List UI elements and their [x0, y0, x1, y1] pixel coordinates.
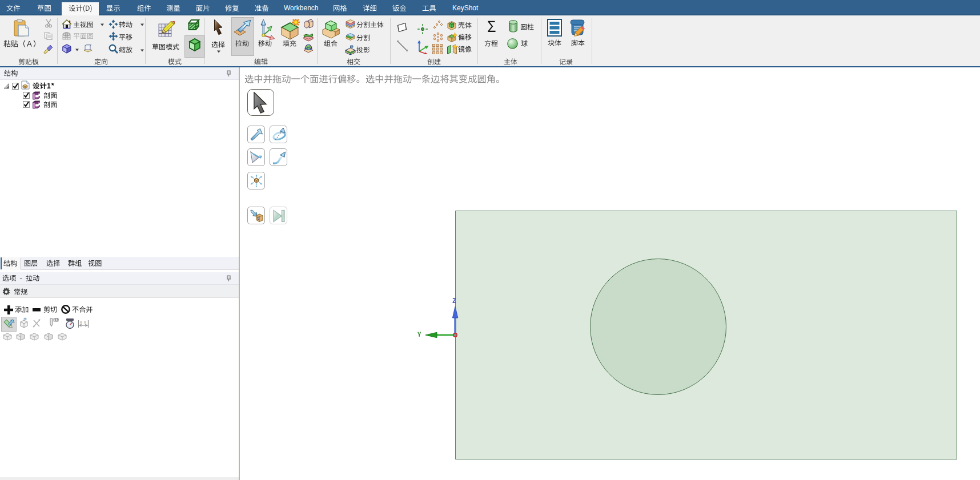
- svg-text:x: x: [80, 320, 82, 324]
- svg-text:x: x: [84, 320, 86, 324]
